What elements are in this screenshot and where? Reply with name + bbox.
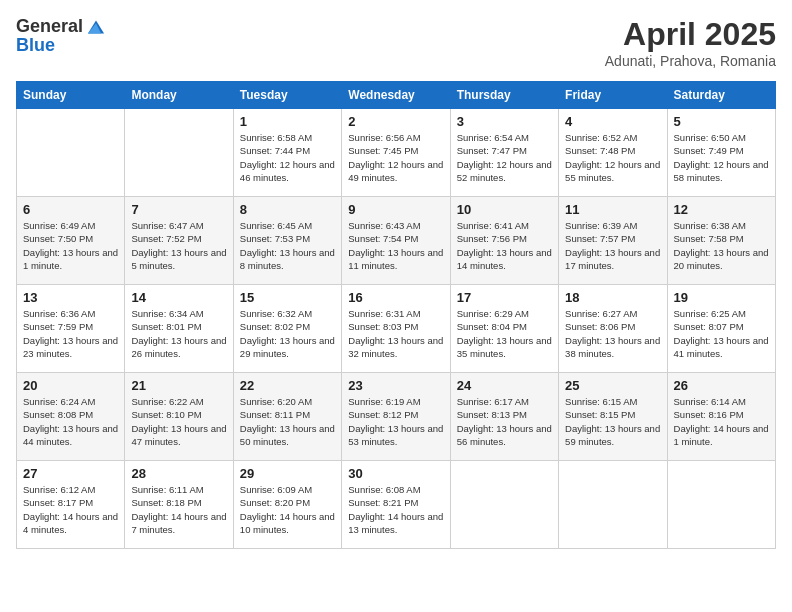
day-number: 8: [240, 202, 335, 217]
calendar-cell: 30Sunrise: 6:08 AMSunset: 8:21 PMDayligh…: [342, 461, 450, 549]
weekday-header-wednesday: Wednesday: [342, 82, 450, 109]
calendar-cell: 20Sunrise: 6:24 AMSunset: 8:08 PMDayligh…: [17, 373, 125, 461]
calendar-cell: 7Sunrise: 6:47 AMSunset: 7:52 PMDaylight…: [125, 197, 233, 285]
calendar-table: SundayMondayTuesdayWednesdayThursdayFrid…: [16, 81, 776, 549]
calendar-cell: 10Sunrise: 6:41 AMSunset: 7:56 PMDayligh…: [450, 197, 558, 285]
day-info: Sunrise: 6:38 AMSunset: 7:58 PMDaylight:…: [674, 219, 769, 272]
day-info: Sunrise: 6:12 AMSunset: 8:17 PMDaylight:…: [23, 483, 118, 536]
day-number: 30: [348, 466, 443, 481]
calendar-cell: 18Sunrise: 6:27 AMSunset: 8:06 PMDayligh…: [559, 285, 667, 373]
page-header: General Blue April 2025 Adunati, Prahova…: [16, 16, 776, 69]
calendar-cell: 6Sunrise: 6:49 AMSunset: 7:50 PMDaylight…: [17, 197, 125, 285]
calendar-cell: 17Sunrise: 6:29 AMSunset: 8:04 PMDayligh…: [450, 285, 558, 373]
day-info: Sunrise: 6:15 AMSunset: 8:15 PMDaylight:…: [565, 395, 660, 448]
day-number: 21: [131, 378, 226, 393]
day-info: Sunrise: 6:43 AMSunset: 7:54 PMDaylight:…: [348, 219, 443, 272]
day-info: Sunrise: 6:25 AMSunset: 8:07 PMDaylight:…: [674, 307, 769, 360]
weekday-header-friday: Friday: [559, 82, 667, 109]
week-row-3: 13Sunrise: 6:36 AMSunset: 7:59 PMDayligh…: [17, 285, 776, 373]
day-info: Sunrise: 6:09 AMSunset: 8:20 PMDaylight:…: [240, 483, 335, 536]
calendar-cell: 8Sunrise: 6:45 AMSunset: 7:53 PMDaylight…: [233, 197, 341, 285]
day-info: Sunrise: 6:54 AMSunset: 7:47 PMDaylight:…: [457, 131, 552, 184]
calendar-cell: [559, 461, 667, 549]
day-number: 15: [240, 290, 335, 305]
calendar-cell: 27Sunrise: 6:12 AMSunset: 8:17 PMDayligh…: [17, 461, 125, 549]
calendar-cell: 1Sunrise: 6:58 AMSunset: 7:44 PMDaylight…: [233, 109, 341, 197]
calendar-cell: 28Sunrise: 6:11 AMSunset: 8:18 PMDayligh…: [125, 461, 233, 549]
day-info: Sunrise: 6:36 AMSunset: 7:59 PMDaylight:…: [23, 307, 118, 360]
day-info: Sunrise: 6:56 AMSunset: 7:45 PMDaylight:…: [348, 131, 443, 184]
weekday-header-thursday: Thursday: [450, 82, 558, 109]
calendar-cell: 19Sunrise: 6:25 AMSunset: 8:07 PMDayligh…: [667, 285, 775, 373]
day-info: Sunrise: 6:29 AMSunset: 8:04 PMDaylight:…: [457, 307, 552, 360]
day-info: Sunrise: 6:19 AMSunset: 8:12 PMDaylight:…: [348, 395, 443, 448]
calendar-title: April 2025: [605, 16, 776, 53]
day-info: Sunrise: 6:49 AMSunset: 7:50 PMDaylight:…: [23, 219, 118, 272]
calendar-cell: 4Sunrise: 6:52 AMSunset: 7:48 PMDaylight…: [559, 109, 667, 197]
calendar-cell: 21Sunrise: 6:22 AMSunset: 8:10 PMDayligh…: [125, 373, 233, 461]
calendar-cell: 22Sunrise: 6:20 AMSunset: 8:11 PMDayligh…: [233, 373, 341, 461]
day-info: Sunrise: 6:32 AMSunset: 8:02 PMDaylight:…: [240, 307, 335, 360]
weekday-header-tuesday: Tuesday: [233, 82, 341, 109]
day-info: Sunrise: 6:31 AMSunset: 8:03 PMDaylight:…: [348, 307, 443, 360]
calendar-cell: 9Sunrise: 6:43 AMSunset: 7:54 PMDaylight…: [342, 197, 450, 285]
weekday-header-row: SundayMondayTuesdayWednesdayThursdayFrid…: [17, 82, 776, 109]
day-number: 2: [348, 114, 443, 129]
day-info: Sunrise: 6:41 AMSunset: 7:56 PMDaylight:…: [457, 219, 552, 272]
day-number: 26: [674, 378, 769, 393]
day-number: 12: [674, 202, 769, 217]
day-info: Sunrise: 6:24 AMSunset: 8:08 PMDaylight:…: [23, 395, 118, 448]
calendar-cell: 24Sunrise: 6:17 AMSunset: 8:13 PMDayligh…: [450, 373, 558, 461]
calendar-cell: 2Sunrise: 6:56 AMSunset: 7:45 PMDaylight…: [342, 109, 450, 197]
day-number: 3: [457, 114, 552, 129]
week-row-2: 6Sunrise: 6:49 AMSunset: 7:50 PMDaylight…: [17, 197, 776, 285]
day-number: 24: [457, 378, 552, 393]
day-info: Sunrise: 6:08 AMSunset: 8:21 PMDaylight:…: [348, 483, 443, 536]
day-info: Sunrise: 6:52 AMSunset: 7:48 PMDaylight:…: [565, 131, 660, 184]
day-info: Sunrise: 6:34 AMSunset: 8:01 PMDaylight:…: [131, 307, 226, 360]
day-number: 17: [457, 290, 552, 305]
day-number: 7: [131, 202, 226, 217]
day-info: Sunrise: 6:27 AMSunset: 8:06 PMDaylight:…: [565, 307, 660, 360]
calendar-cell: [450, 461, 558, 549]
calendar-cell: 23Sunrise: 6:19 AMSunset: 8:12 PMDayligh…: [342, 373, 450, 461]
day-number: 23: [348, 378, 443, 393]
day-number: 11: [565, 202, 660, 217]
day-number: 29: [240, 466, 335, 481]
day-info: Sunrise: 6:39 AMSunset: 7:57 PMDaylight:…: [565, 219, 660, 272]
day-number: 14: [131, 290, 226, 305]
day-number: 10: [457, 202, 552, 217]
day-info: Sunrise: 6:14 AMSunset: 8:16 PMDaylight:…: [674, 395, 769, 448]
calendar-cell: 25Sunrise: 6:15 AMSunset: 8:15 PMDayligh…: [559, 373, 667, 461]
day-info: Sunrise: 6:50 AMSunset: 7:49 PMDaylight:…: [674, 131, 769, 184]
day-number: 19: [674, 290, 769, 305]
day-number: 9: [348, 202, 443, 217]
calendar-cell: 29Sunrise: 6:09 AMSunset: 8:20 PMDayligh…: [233, 461, 341, 549]
calendar-cell: 15Sunrise: 6:32 AMSunset: 8:02 PMDayligh…: [233, 285, 341, 373]
day-info: Sunrise: 6:11 AMSunset: 8:18 PMDaylight:…: [131, 483, 226, 536]
calendar-cell: 13Sunrise: 6:36 AMSunset: 7:59 PMDayligh…: [17, 285, 125, 373]
day-info: Sunrise: 6:20 AMSunset: 8:11 PMDaylight:…: [240, 395, 335, 448]
day-info: Sunrise: 6:45 AMSunset: 7:53 PMDaylight:…: [240, 219, 335, 272]
day-number: 6: [23, 202, 118, 217]
day-number: 27: [23, 466, 118, 481]
calendar-cell: [125, 109, 233, 197]
weekday-header-saturday: Saturday: [667, 82, 775, 109]
calendar-cell: 26Sunrise: 6:14 AMSunset: 8:16 PMDayligh…: [667, 373, 775, 461]
logo-general: General: [16, 17, 83, 37]
week-row-4: 20Sunrise: 6:24 AMSunset: 8:08 PMDayligh…: [17, 373, 776, 461]
calendar-cell: [17, 109, 125, 197]
day-number: 16: [348, 290, 443, 305]
logo-icon: [85, 16, 107, 38]
day-number: 28: [131, 466, 226, 481]
calendar-cell: [667, 461, 775, 549]
day-info: Sunrise: 6:22 AMSunset: 8:10 PMDaylight:…: [131, 395, 226, 448]
weekday-header-sunday: Sunday: [17, 82, 125, 109]
day-number: 4: [565, 114, 660, 129]
calendar-cell: 16Sunrise: 6:31 AMSunset: 8:03 PMDayligh…: [342, 285, 450, 373]
day-number: 5: [674, 114, 769, 129]
day-number: 18: [565, 290, 660, 305]
day-number: 1: [240, 114, 335, 129]
week-row-1: 1Sunrise: 6:58 AMSunset: 7:44 PMDaylight…: [17, 109, 776, 197]
day-number: 22: [240, 378, 335, 393]
